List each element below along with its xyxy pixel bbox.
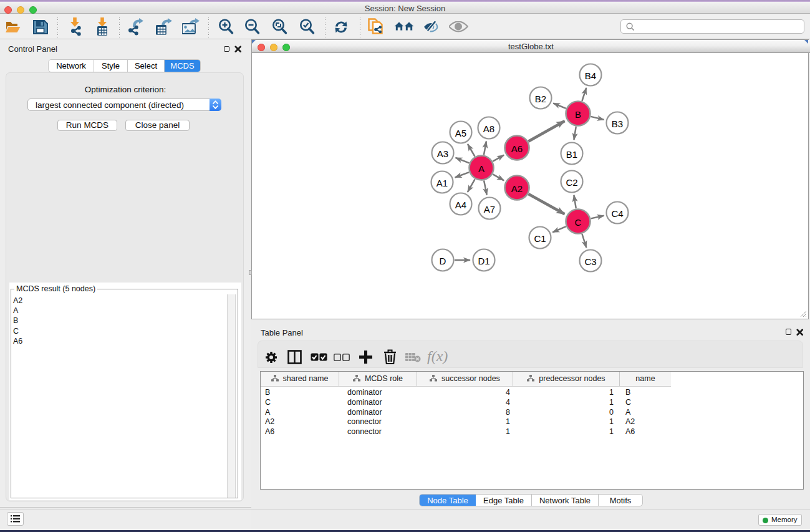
- svg-text:C: C: [575, 217, 582, 228]
- svg-text:A3: A3: [437, 148, 448, 159]
- svg-text:A1: A1: [436, 178, 448, 188]
- svg-text:A6: A6: [511, 143, 523, 154]
- svg-text:B3: B3: [612, 118, 623, 129]
- svg-text:B: B: [575, 109, 581, 120]
- svg-text:D1: D1: [478, 256, 489, 266]
- svg-text:C1: C1: [534, 233, 546, 244]
- svg-text:A8: A8: [483, 123, 494, 134]
- svg-text:C3: C3: [584, 256, 596, 267]
- svg-text:A7: A7: [484, 204, 495, 215]
- svg-text:D: D: [440, 256, 446, 266]
- svg-text:B2: B2: [535, 94, 546, 104]
- svg-text:C2: C2: [566, 177, 577, 188]
- svg-text:C4: C4: [611, 208, 623, 219]
- svg-text:A4: A4: [455, 200, 466, 210]
- svg-text:A2: A2: [511, 183, 523, 194]
- svg-text:A5: A5: [455, 128, 466, 138]
- svg-text:B1: B1: [566, 149, 577, 160]
- svg-text:A: A: [478, 163, 485, 174]
- svg-text:B4: B4: [585, 70, 596, 81]
